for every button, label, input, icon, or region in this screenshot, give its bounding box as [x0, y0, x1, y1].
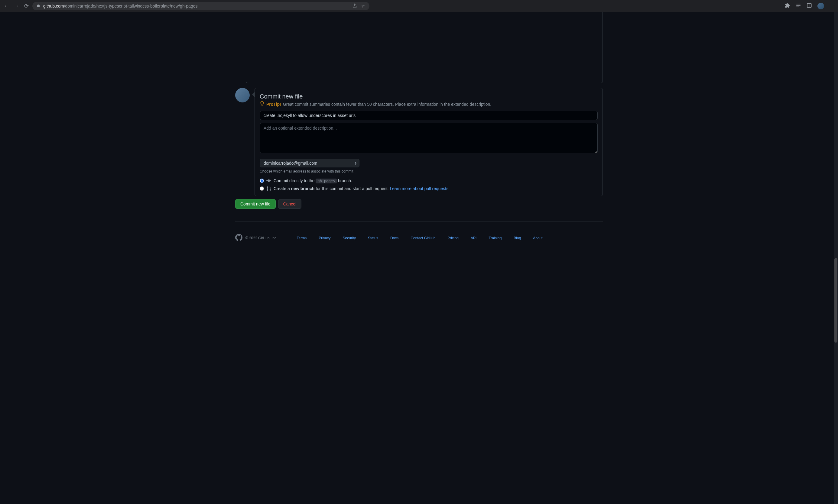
- extensions-icon[interactable]: [785, 3, 790, 10]
- radio-new-branch[interactable]: Create a new branch for this commit and …: [260, 186, 598, 191]
- commit-description-textarea[interactable]: [260, 123, 598, 153]
- profile-avatar[interactable]: [817, 3, 824, 10]
- menu-icon[interactable]: ⋮: [830, 3, 834, 9]
- back-icon[interactable]: ←: [4, 3, 9, 10]
- reading-list-icon[interactable]: [796, 3, 801, 10]
- footer-link-api[interactable]: API: [471, 236, 477, 240]
- panel-icon[interactable]: [806, 3, 812, 10]
- radio-input-new-branch[interactable]: [260, 186, 264, 191]
- scrollbar-thumb[interactable]: [834, 258, 837, 343]
- git-pull-request-icon: [266, 186, 271, 191]
- branch-badge: gh-pages: [316, 179, 337, 183]
- address-bar[interactable]: github.com/dominicarrojado/nextjs-typesc…: [32, 2, 370, 10]
- commit-summary-input[interactable]: [260, 111, 598, 120]
- reload-icon[interactable]: ⟳: [24, 3, 29, 10]
- protip-label: ProTip!: [266, 102, 281, 107]
- page-content: Commit new file ProTip! Great commit sum…: [0, 12, 838, 504]
- commit-form: Commit new file ProTip! Great commit sum…: [254, 88, 603, 196]
- user-avatar[interactable]: [235, 88, 250, 103]
- git-commit-icon: [266, 178, 271, 183]
- radio-direct-label: Commit directly to the gh-pages branch.: [273, 178, 352, 183]
- copyright-text: © 2022 GitHub, Inc.: [246, 236, 278, 240]
- footer-link-terms[interactable]: Terms: [297, 236, 307, 240]
- browser-toolbar: ← → ⟳ github.com/dominicarrojado/nextjs-…: [0, 0, 838, 12]
- footer-link-security[interactable]: Security: [343, 236, 356, 240]
- file-editor[interactable]: [246, 12, 603, 83]
- cancel-button[interactable]: Cancel: [278, 199, 302, 209]
- radio-commit-direct[interactable]: Commit directly to the gh-pages branch.: [260, 178, 598, 183]
- email-select[interactable]: dominicarrojado@gmail.com: [260, 159, 359, 167]
- footer-link-pricing[interactable]: Pricing: [447, 236, 459, 240]
- footer-link-contact[interactable]: Contact GitHub: [411, 236, 435, 240]
- github-logo-icon[interactable]: [235, 234, 243, 242]
- footer-links: Terms Privacy Security Status Docs Conta…: [297, 236, 542, 240]
- commit-heading: Commit new file: [260, 93, 598, 100]
- commit-button[interactable]: Commit new file: [235, 199, 276, 209]
- footer-link-privacy[interactable]: Privacy: [319, 236, 331, 240]
- protip: ProTip! Great commit summaries contain f…: [260, 101, 598, 107]
- lock-icon: [37, 4, 40, 8]
- footer-link-about[interactable]: About: [533, 236, 542, 240]
- forward-icon[interactable]: →: [14, 3, 19, 10]
- share-icon[interactable]: [352, 3, 357, 9]
- scrollbar[interactable]: [834, 12, 838, 504]
- page-footer: © 2022 GitHub, Inc. Terms Privacy Securi…: [235, 221, 603, 254]
- footer-link-training[interactable]: Training: [488, 236, 501, 240]
- radio-input-direct[interactable]: [260, 179, 264, 183]
- branch-radio-group: Commit directly to the gh-pages branch. …: [260, 178, 598, 191]
- chrome-actions: ⋮: [785, 3, 834, 10]
- commit-section: Commit new file ProTip! Great commit sum…: [235, 88, 603, 196]
- form-actions: Commit new file Cancel: [235, 199, 603, 209]
- lightbulb-icon: [260, 101, 265, 107]
- protip-text: Great commit summaries contain fewer tha…: [283, 102, 491, 107]
- learn-pr-link[interactable]: Learn more about pull requests.: [390, 186, 449, 191]
- svg-rect-0: [807, 3, 812, 7]
- email-hint: Choose which email address to associate …: [260, 169, 598, 174]
- footer-link-blog[interactable]: Blog: [514, 236, 521, 240]
- url-text: github.com/dominicarrojado/nextjs-typesc…: [43, 4, 197, 8]
- star-icon[interactable]: ☆: [361, 4, 365, 8]
- radio-new-branch-label: Create a new branch for this commit and …: [273, 186, 449, 191]
- footer-link-status[interactable]: Status: [368, 236, 378, 240]
- nav-buttons: ← → ⟳: [4, 3, 29, 10]
- footer-link-docs[interactable]: Docs: [390, 236, 398, 240]
